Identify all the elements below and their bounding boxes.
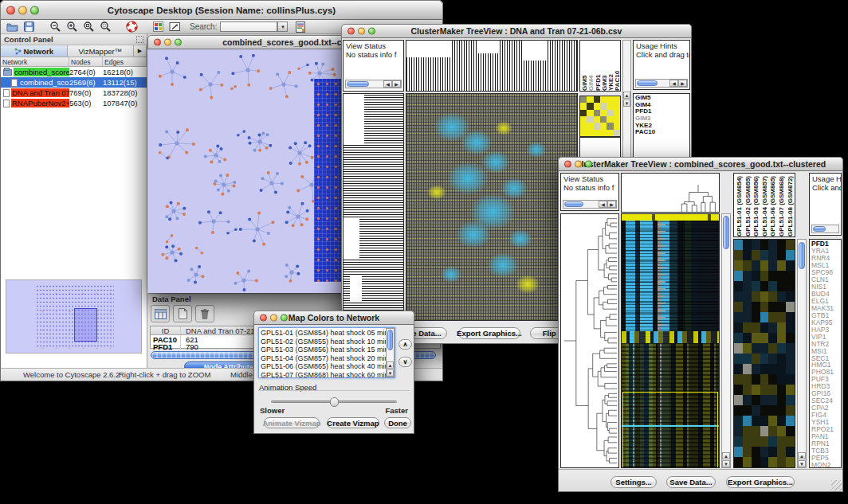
minimize-button[interactable] (575, 161, 582, 168)
zoom-button[interactable] (281, 315, 288, 322)
export-graphics-button[interactable]: Export Graphics... (726, 476, 795, 488)
zoom-button[interactable] (368, 28, 375, 35)
tv2-global-vscrollbar[interactable]: ▲ ▼ (721, 213, 731, 468)
tv2-zoom-heatmap[interactable] (733, 239, 795, 468)
tv2-zoom-vscrollbar[interactable]: ▲ ▼ (797, 239, 807, 468)
overview-viewport-rect[interactable] (74, 308, 97, 342)
column-header-network[interactable]: Network (1, 57, 69, 66)
tab-vizmapper[interactable]: VizMapper™ (68, 45, 135, 57)
gene-label[interactable]: ELG1 (811, 297, 841, 304)
scrollbar-thumb[interactable] (813, 226, 826, 232)
tab-overflow-arrow[interactable]: ▶ (134, 45, 147, 57)
zoom-out-icon[interactable] (49, 21, 62, 33)
scrollbar-thumb[interactable] (637, 80, 658, 86)
tv1-hints-hscrollbar[interactable]: ◀ ▶ (635, 79, 688, 88)
gene-label[interactable]: YSH1 (811, 418, 841, 425)
attribute-item[interactable]: GPL51-02 (GSM855) heat shock 10 min (261, 338, 395, 346)
minimize-button[interactable] (270, 315, 277, 322)
tv1-status-hscrollbar[interactable]: ◀ ▶ (345, 80, 402, 88)
tab-network[interactable]: Network (1, 45, 68, 57)
gene-label[interactable]: NTR2 (811, 340, 841, 347)
close-button[interactable] (564, 161, 571, 168)
gene-label[interactable]: BUD4 (811, 290, 841, 297)
scroll-right-arrow-icon[interactable]: ▶ (678, 80, 687, 87)
gene-label[interactable]: KAP95 (811, 318, 841, 326)
close-button[interactable] (260, 315, 267, 322)
gene-label[interactable]: GIM4 (635, 101, 689, 108)
attribute-table-icon[interactable] (151, 305, 170, 322)
main-titlebar[interactable]: Cytoscape Desktop (Session Name: collins… (0, 0, 443, 20)
tv2-column-dendrogram[interactable] (621, 173, 720, 213)
scrollbar-thumb[interactable] (799, 242, 805, 269)
close-button[interactable] (347, 28, 355, 35)
gene-label[interactable]: MAK31 (811, 304, 841, 311)
gene-label[interactable]: PAN1 (811, 432, 841, 440)
tv1-global-heatmap[interactable] (406, 93, 578, 321)
zoom-button[interactable] (585, 161, 592, 168)
gene-label[interactable]: GIM3 (635, 115, 689, 122)
tv1-zoom-heatmap[interactable] (579, 96, 621, 137)
scroll-down-arrow-icon[interactable]: ▼ (722, 460, 730, 467)
gene-label[interactable]: PHO81 (811, 368, 841, 375)
attribute-item[interactable]: GPL51-06 (GSM865) heat shock 40 min (261, 362, 395, 371)
scroll-left-arrow-icon[interactable]: ◀ (669, 80, 678, 87)
vizmapper-icon[interactable] (151, 21, 165, 33)
zoom-button[interactable] (30, 6, 39, 14)
gene-label[interactable]: YRA1 (811, 247, 841, 254)
zoom-button[interactable] (175, 39, 182, 46)
scroll-down-arrow-icon[interactable]: ▼ (387, 369, 394, 377)
close-button[interactable] (6, 6, 15, 14)
zoom-selected-icon[interactable] (99, 21, 112, 33)
scroll-down-arrow-icon[interactable]: ▼ (623, 100, 630, 107)
gene-label[interactable]: PEP5 (811, 454, 841, 461)
zoom-fit-icon[interactable] (82, 21, 96, 33)
attribute-item[interactable]: GPL51-03 (GSM856) heat shock 15 min (261, 346, 395, 354)
results-report-icon[interactable] (293, 21, 307, 33)
resize-grip[interactable] (831, 480, 842, 490)
gene-label[interactable]: VIP1 (811, 333, 841, 340)
attribute-item[interactable]: GPL51-01 (GSM854) heat shock 05 min (261, 329, 395, 338)
search-dropdown-arrow[interactable]: ▼ (277, 21, 288, 32)
gene-label[interactable]: CPA2 (811, 404, 841, 411)
tv2-row-dendrogram[interactable] (560, 213, 619, 468)
tv1-row-dendrogram[interactable] (343, 93, 404, 321)
scrollbar-thumb[interactable] (564, 201, 583, 207)
tv2-global-heatmap[interactable] (621, 213, 720, 468)
zoom-in-icon[interactable] (65, 21, 79, 33)
gene-label[interactable]: GIM5 (635, 94, 689, 101)
tv2-hints-hscrollbar[interactable] (811, 225, 839, 233)
float-panel-icon[interactable] (136, 36, 143, 43)
attribute-item[interactable]: GPL51-07 (GSM868) heat shock 60 min (261, 371, 395, 379)
gene-label[interactable]: HRD3 (811, 382, 841, 389)
annotation-icon[interactable] (168, 21, 182, 33)
dialog-titlebar[interactable]: Map Colors to Network (253, 311, 414, 325)
gene-label[interactable]: HAP3 (811, 326, 841, 333)
attribute-list-scrollbar[interactable]: ▲ ▼ (386, 328, 395, 377)
search-input[interactable]: ▼ (220, 21, 277, 32)
scroll-up-arrow-icon[interactable]: ▲ (387, 361, 394, 369)
tv1-column-dendrogram[interactable] (406, 40, 578, 92)
gene-label[interactable]: GPI16 (811, 389, 841, 397)
save-icon[interactable] (22, 21, 36, 33)
treeview1-titlebar[interactable]: ClusterMaker TreeView : DNA and Tran 07-… (341, 24, 692, 38)
save-data-button[interactable]: Save Data... (666, 476, 716, 488)
export-graphics-button[interactable]: Export Graphics... (458, 327, 520, 339)
treeview2-titlebar[interactable]: ClusterMaker TreeView : combined_scores_… (558, 157, 843, 171)
move-up-button[interactable]: ∧ (398, 339, 412, 350)
gene-label[interactable]: CLN1 (811, 275, 841, 283)
scroll-left-arrow-icon[interactable]: ◀ (599, 201, 607, 208)
gene-label[interactable]: NIS1 (811, 283, 841, 290)
gene-label[interactable]: YKE2 (635, 122, 689, 129)
done-button[interactable]: Done (384, 417, 411, 428)
create-vizmap-button[interactable]: Create Vizmap (327, 417, 379, 428)
animate-vizmap-button[interactable]: Animate Vizmap (264, 417, 320, 428)
gene-label[interactable]: GTB1 (811, 311, 841, 318)
tv2-status-hscrollbar[interactable]: ◀ ▶ (563, 200, 617, 209)
network-row[interactable]: combined_scores2764(0)16218(0) (1, 67, 147, 77)
delete-attribute-icon[interactable] (195, 305, 214, 322)
minimize-button[interactable] (18, 6, 27, 14)
network-row[interactable]: RNAPuberNov2+563(0)107847(0) (1, 98, 147, 108)
gene-label[interactable]: RPO21 (811, 425, 841, 432)
scroll-up-arrow-icon[interactable]: ▲ (722, 452, 730, 459)
scrollbar-thumb[interactable] (387, 330, 393, 350)
